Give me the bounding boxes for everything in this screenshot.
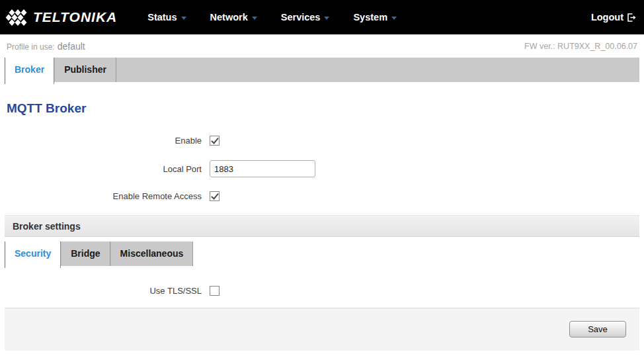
menu-item-services[interactable]: Services [281,12,330,22]
form-row-local-port: Local Port [5,160,639,177]
subtab-bridge[interactable]: Bridge [61,242,110,266]
teltonika-logo[interactable]: TELTONIKA [5,8,117,26]
logout-button[interactable]: Logout [591,12,636,22]
remote-access-label: Enable Remote Access [5,191,202,201]
tab-publisher[interactable]: Publisher [54,58,116,82]
footer: Save [5,308,639,351]
use-tls-checkbox[interactable] [210,286,220,296]
info-bar: Profile in use:default FW ver.: RUT9XX_R… [5,34,639,58]
use-tls-label: Use TLS/SSL [5,286,202,296]
save-button[interactable]: Save [569,321,626,337]
top-navbar: TELTONIKA Status Network Services System… [0,0,644,34]
form-row-enable: Enable [5,136,639,146]
logout-icon [626,13,636,22]
broker-settings-tabbar: Security Bridge Miscellaneous [5,242,193,266]
subtab-security[interactable]: Security [5,242,61,268]
menu-item-system[interactable]: System [353,12,397,22]
menu-item-status[interactable]: Status [147,12,186,22]
main-menu: Status Network Services System [147,12,397,22]
main-tabbar: Broker Publisher [5,58,639,82]
logo-text: TELTONIKA [33,9,117,25]
menu-item-network[interactable]: Network [210,12,257,22]
caret-down-icon [181,17,186,20]
profile-in-use: Profile in use:default [7,40,85,52]
caret-down-icon [252,17,257,20]
firmware-version: FW ver.: RUT9XX_R_00.06.07 [524,42,637,51]
menu-item-label: Network [210,12,248,22]
enable-label: Enable [5,136,202,146]
caret-down-icon [391,17,397,20]
tab-broker[interactable]: Broker [5,58,54,84]
teltonika-logo-icon [5,8,29,26]
page-title: MQTT Broker [7,101,639,116]
page-content: Profile in use:default FW ver.: RUT9XX_R… [5,34,639,351]
profile-value: default [58,41,85,52]
menu-item-label: System [353,12,387,22]
logout-label: Logout [591,12,624,22]
profile-label: Profile in use: [7,42,55,52]
broker-form: Enable Local Port Enable Remote Access [5,136,639,201]
caret-down-icon [324,17,329,20]
form-row-use-tls: Use TLS/SSL [5,286,639,296]
enable-checkbox[interactable] [210,136,220,146]
subtab-miscellaneous[interactable]: Miscellaneous [110,242,194,266]
form-row-remote-access: Enable Remote Access [5,191,639,201]
broker-settings-header: Broker settings [5,215,639,237]
local-port-input[interactable] [210,160,315,177]
menu-item-label: Services [281,12,321,22]
menu-item-label: Status [147,12,177,22]
remote-access-checkbox[interactable] [210,191,220,201]
local-port-label: Local Port [5,164,202,174]
